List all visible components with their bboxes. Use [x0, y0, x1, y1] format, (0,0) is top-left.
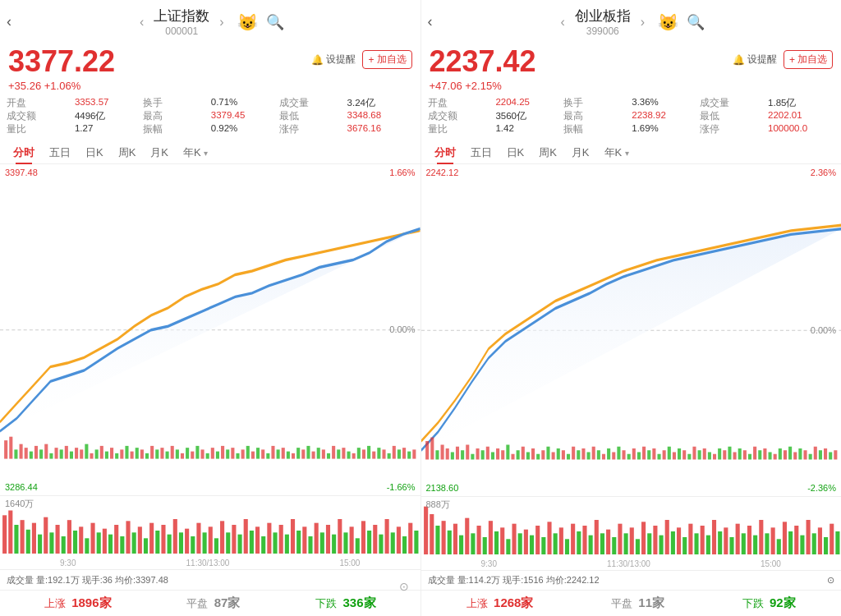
- left-add-icon: +: [368, 54, 374, 66]
- svg-rect-81: [407, 451, 411, 458]
- svg-rect-294: [759, 520, 763, 554]
- svg-rect-95: [73, 531, 77, 554]
- svg-rect-134: [302, 526, 306, 554]
- svg-rect-240: [441, 521, 445, 554]
- svg-rect-113: [179, 532, 183, 554]
- svg-rect-197: [636, 452, 640, 459]
- right-volume-chart-svg: [421, 497, 842, 554]
- right-breadth-down: 下跌 92家: [742, 595, 796, 611]
- svg-rect-216: [733, 452, 736, 459]
- svg-rect-159: [445, 448, 448, 459]
- svg-rect-223: [768, 452, 771, 459]
- svg-rect-46: [231, 448, 234, 458]
- right-tab-3[interactable]: 周K: [532, 142, 563, 163]
- left-search-icon[interactable]: 🔍: [266, 13, 284, 31]
- svg-rect-195: [627, 453, 630, 459]
- svg-rect-296: [770, 527, 774, 554]
- svg-rect-151: [402, 536, 407, 554]
- svg-rect-166: [480, 450, 484, 459]
- left-prev-arrow[interactable]: ‹: [136, 13, 147, 31]
- left-tab-0[interactable]: 分时: [7, 142, 41, 163]
- svg-rect-300: [794, 526, 798, 554]
- left-tab-4[interactable]: 月K: [144, 142, 175, 163]
- svg-rect-226: [783, 450, 786, 459]
- left-title-block: 上证指数 000001: [154, 7, 209, 37]
- svg-rect-117: [203, 532, 207, 554]
- right-title-block: 创业板指 399006: [575, 7, 631, 37]
- svg-rect-122: [232, 525, 236, 554]
- svg-rect-39: [195, 445, 199, 458]
- left-price-change: +35.26 +1.06%: [8, 80, 115, 92]
- right-next-arrow[interactable]: ›: [637, 13, 648, 31]
- right-back-arrow[interactable]: ‹: [428, 13, 433, 30]
- right-stat-val-8: 100000.0: [768, 123, 834, 136]
- left-tab-3[interactable]: 周K: [112, 142, 143, 163]
- left-add-button[interactable]: + 加自选: [362, 50, 411, 69]
- left-stat-label-2: 成交量: [279, 97, 346, 109]
- left-breadth-flat: 平盘 87家: [186, 595, 240, 611]
- left-stat-label-7: 振幅: [143, 123, 209, 136]
- svg-rect-264: [582, 526, 586, 554]
- svg-rect-228: [793, 452, 797, 459]
- svg-rect-280: [676, 527, 680, 554]
- svg-rect-130: [279, 525, 283, 554]
- left-time-1: 11:30/13:00: [186, 559, 230, 568]
- left-stat-label-0: 开盘: [7, 97, 73, 109]
- svg-rect-198: [642, 446, 646, 459]
- left-back-arrow[interactable]: ‹: [7, 13, 11, 30]
- svg-rect-288: [724, 527, 728, 554]
- right-breadth-flat-label: 平盘: [611, 597, 632, 609]
- left-time-0: 9:30: [60, 559, 76, 568]
- left-tab-1[interactable]: 五日: [43, 142, 77, 163]
- svg-rect-52: [261, 449, 264, 458]
- svg-rect-12: [60, 449, 63, 458]
- svg-rect-243: [459, 536, 463, 554]
- svg-rect-14: [70, 451, 73, 458]
- left-breadth-up-count: 1896家: [71, 595, 111, 609]
- svg-rect-92: [56, 525, 60, 554]
- right-camera-icon[interactable]: ⊙: [827, 575, 834, 586]
- svg-rect-90: [44, 517, 48, 554]
- right-tab-5[interactable]: 年K ▾: [598, 142, 636, 163]
- svg-rect-82: [412, 449, 416, 458]
- svg-rect-96: [79, 526, 83, 554]
- svg-rect-79: [398, 449, 401, 458]
- svg-rect-236: [834, 450, 837, 459]
- svg-rect-231: [808, 453, 811, 459]
- svg-rect-136: [315, 523, 319, 554]
- svg-rect-189: [596, 450, 600, 459]
- svg-rect-160: [450, 452, 453, 459]
- svg-rect-44: [221, 445, 224, 458]
- svg-rect-78: [393, 445, 396, 458]
- right-chart-top-left: 2242.12: [426, 168, 459, 177]
- right-tab-1[interactable]: 五日: [464, 142, 499, 163]
- right-alert-button[interactable]: 🔔 设提醒: [733, 53, 777, 67]
- right-search-icon[interactable]: 🔍: [687, 13, 705, 31]
- left-tab-2[interactable]: 日K: [79, 142, 110, 163]
- svg-rect-245: [471, 533, 475, 554]
- left-chart-top-right: 1.66%: [389, 168, 415, 177]
- svg-rect-114: [185, 529, 189, 554]
- left-next-arrow[interactable]: ›: [216, 13, 227, 31]
- svg-rect-184: [572, 446, 575, 459]
- right-tab-0[interactable]: 分时: [428, 142, 462, 163]
- left-camera-icon[interactable]: ⊙: [399, 580, 409, 593]
- svg-rect-179: [546, 446, 549, 459]
- svg-rect-285: [705, 536, 710, 554]
- left-alert-button[interactable]: 🔔 设提醒: [311, 53, 356, 67]
- right-add-button[interactable]: + 加自选: [784, 50, 833, 69]
- right-tab-2[interactable]: 日K: [500, 142, 531, 163]
- svg-rect-76: [382, 449, 385, 458]
- svg-rect-260: [558, 527, 563, 554]
- left-price-right: 🔔 设提醒 + 加自选: [311, 50, 411, 69]
- right-stat-val-2: 1.85亿: [768, 97, 834, 109]
- right-tab-4[interactable]: 月K: [565, 142, 596, 163]
- svg-rect-199: [647, 450, 650, 459]
- svg-rect-242: [453, 524, 457, 554]
- right-header: ‹ ‹ 创业板指 399006 › 😺 🔍: [421, 0, 842, 40]
- left-volume-chart-svg: [0, 496, 420, 554]
- right-prev-arrow[interactable]: ‹: [557, 13, 568, 31]
- left-tab-5[interactable]: 年K ▾: [177, 142, 214, 163]
- right-breadth-down-count: 92家: [770, 595, 796, 609]
- svg-rect-115: [191, 536, 195, 554]
